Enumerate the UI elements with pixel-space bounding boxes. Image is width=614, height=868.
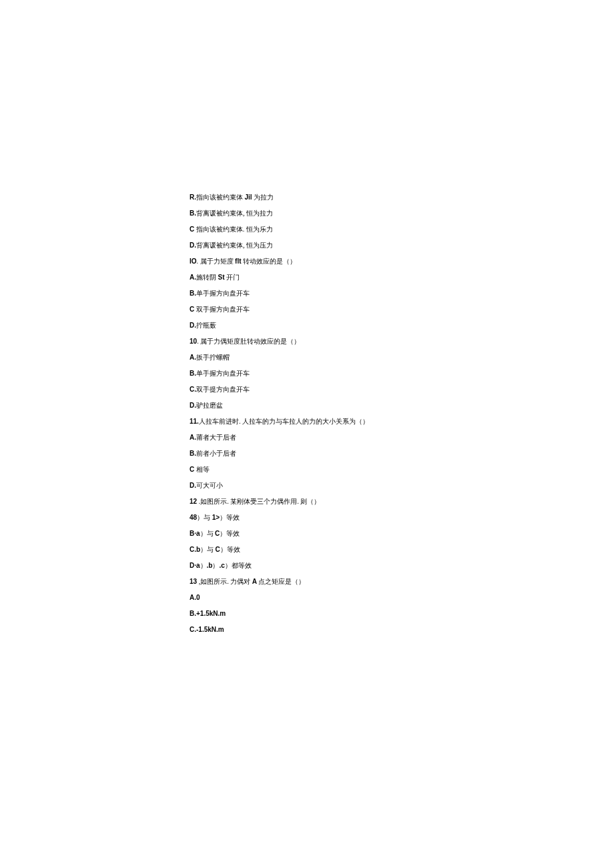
- text-line: D.可大可小: [190, 482, 456, 489]
- text-line: 10. 属于力偶矩度肚转动效应的是（）: [190, 338, 456, 345]
- text-line: 48）与 1>）等效: [190, 514, 456, 521]
- text-line: D.驴拉磨盆: [190, 402, 456, 409]
- text-line: C 相等: [190, 466, 456, 473]
- text-line: C 指向该被约束体. 恒为乐力: [190, 226, 456, 233]
- text-line: B.单手握方向盘开车: [190, 370, 456, 377]
- text-line: D.背离谖被约束体, 恒为压力: [190, 242, 456, 249]
- text-line: D·a）.b）.c）都等效: [190, 562, 456, 569]
- text-line: 13 ,如图所示. 力偶对 A 点之矩应是（）: [190, 578, 456, 585]
- text-line: C.双手提方向盘开车: [190, 386, 456, 393]
- text-line: B.背离谖被约束体, 恒为拉力: [190, 210, 456, 217]
- text-line: D.拧瓶薮: [190, 322, 456, 329]
- document-content: R.指向该被约束体 Jil 为拉力B.背离谖被约束体, 恒为拉力C 指向该被约束…: [190, 194, 456, 642]
- text-line: 11.人拉车前进时. 人拉车的力与车拉人的力的大小关系为（）: [190, 418, 456, 425]
- text-line: C.b）与 C）等效: [190, 546, 456, 553]
- text-line: C 双手握方向盘开车: [190, 306, 456, 313]
- text-line: R.指向该被约束体 Jil 为拉力: [190, 194, 456, 201]
- text-line: A.莆者大于后者: [190, 434, 456, 441]
- text-line: B.前者小于后者: [190, 450, 456, 457]
- text-line: B.单手握方向盘开车: [190, 290, 456, 297]
- text-line: A.扳手拧螺帽: [190, 354, 456, 361]
- text-line: C.-1.5kN.m: [190, 626, 456, 633]
- text-line: 12 .如图所示. 某刚体受三个力偶作用. 则（）: [190, 498, 456, 505]
- text-line: A.施转阴 St 开门: [190, 274, 456, 281]
- text-line: B.+1.5kN.m: [190, 610, 456, 617]
- text-line: IO. 属于力矩度 flt 转动效应的是（）: [190, 258, 456, 265]
- text-line: A.0: [190, 594, 456, 601]
- text-line: B·a）与 C）等效: [190, 530, 456, 537]
